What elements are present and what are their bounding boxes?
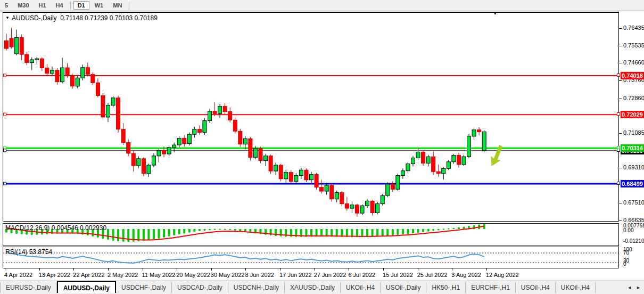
date-axis-tick [177, 268, 177, 271]
candle-body [131, 153, 135, 166]
chart-title: ▼AUDUSD-,Daily 0.71148 0.71239 0.70103 0… [5, 14, 158, 22]
date-axis-label: 27 Jun 2022 [314, 272, 346, 278]
price-axis-tick [619, 99, 622, 99]
candle-body [320, 187, 324, 191]
date-axis-tick [211, 268, 212, 271]
tab-scroll-left-icon[interactable]: ◄ [627, 285, 632, 290]
price-tag-0.72029: 0.72029 [621, 111, 644, 118]
toolbar-separator [129, 2, 129, 10]
date-axis-tick [418, 268, 418, 271]
date-axis-label: 17 Jun 2022 [279, 272, 312, 278]
candle-body [396, 176, 400, 190]
candle-body [274, 165, 278, 171]
candle-body [249, 138, 252, 157]
timeframe-button-m30[interactable]: M30 [13, 1, 33, 10]
candle-body [228, 112, 232, 120]
chart-application-window: 5M30H1H4D1W1MN ▼AUDUSD-,Daily 0.71148 0.… [0, 0, 644, 294]
chart-title-symbol: AUDUSD-,Daily [12, 14, 57, 22]
macd-main-dot [87, 234, 88, 235]
macd-main-dot [178, 233, 180, 234]
rsi-indicator-chart[interactable] [3, 247, 618, 268]
timeframe-button-mn[interactable]: MN [109, 1, 126, 10]
macd-main-dot [174, 234, 175, 235]
candle-body [467, 136, 471, 157]
timeframe-button-h4[interactable]: H4 [52, 1, 68, 10]
candle-body [96, 83, 100, 95]
price-axis[interactable]: 0.764350.755350.746600.737600.728600.710… [619, 12, 644, 281]
candle-body [91, 75, 95, 83]
price-tag-marker [617, 146, 620, 149]
candle-body [111, 98, 115, 105]
date-axis-label: 4 Apr 2022 [4, 272, 32, 278]
candle-body [157, 150, 161, 156]
candle-body [45, 68, 49, 74]
level-line-left-marker[interactable] [4, 182, 6, 185]
candle-body [355, 205, 359, 213]
candle-body [177, 138, 181, 145]
date-axis-label: 12 Aug 2022 [486, 272, 519, 278]
candle-body [10, 38, 13, 47]
chart-tab-usoil-h4[interactable]: USOil-,H4 [516, 282, 556, 293]
candle-body [76, 78, 79, 86]
chart-tab-usdchf-daily[interactable]: USDCHF-,Daily [116, 282, 172, 293]
symbol-dropdown-icon[interactable]: ▼ [5, 15, 10, 20]
date-axis-tick [108, 268, 109, 271]
price-tag-0.74018: 0.74018 [621, 72, 644, 79]
chart-tab-usoil-daily[interactable]: USOil-,Daily [381, 282, 426, 293]
chart-tab-xauusd-daily[interactable]: XAUUSD-,Daily [285, 282, 341, 293]
level-line-left-marker[interactable] [4, 113, 6, 116]
candle-body [482, 132, 486, 151]
date-axis-tick [349, 268, 349, 271]
candlestick-chart[interactable] [3, 13, 618, 221]
chart-tab-ukoil-h4[interactable]: UKOil-,H4 [341, 282, 381, 293]
chart-tab-hk50-h1[interactable]: HK50-,H1 [426, 282, 466, 293]
date-axis[interactable]: 4 Apr 202213 Apr 202222 Apr 20222 May 20… [3, 270, 619, 281]
macd-main-dot [285, 235, 287, 236]
macd-main-dot [163, 236, 165, 238]
chart-tab-usdcnh-daily[interactable]: USDCNH-,Daily [228, 282, 285, 293]
timeframe-button-d1[interactable]: D1 [73, 1, 89, 10]
macd-main-dot [275, 235, 277, 236]
candle-body [30, 60, 34, 63]
chart-tab-eurchf-h1[interactable]: EURCHF-,H1 [466, 282, 516, 293]
macd-main-dot [443, 229, 444, 230]
candle-body [20, 37, 23, 54]
chart-tab-usdcad-daily[interactable]: USDCAD-,Daily [172, 282, 228, 293]
level-line-left-marker[interactable] [4, 74, 6, 77]
candle-body [462, 157, 466, 165]
date-axis-label: 2 May 2022 [108, 272, 138, 278]
date-axis-tick [452, 268, 452, 271]
macd-main-dot [168, 235, 170, 236]
macd-main-dot [194, 231, 195, 232]
candle-body [330, 185, 334, 199]
price-axis-tick-label: 0.67510 [623, 199, 644, 206]
candle-body [447, 162, 450, 169]
candle-body [35, 59, 39, 60]
date-axis-tick [315, 268, 315, 271]
macd-main-dot [229, 229, 231, 230]
tab-scroll-right-icon[interactable]: ► [636, 285, 641, 290]
macd-main-dot [214, 229, 216, 230]
macd-main-dot [199, 230, 200, 231]
candle-body [208, 111, 212, 121]
candle-body [299, 170, 303, 175]
candle-body [127, 143, 130, 153]
timeframe-button-h1[interactable]: H1 [35, 1, 51, 10]
candle-body [203, 121, 207, 133]
candle-body [152, 156, 155, 165]
date-axis-label: 3 Aug 2022 [451, 272, 481, 278]
candle-body [269, 156, 273, 171]
macd-main-dot [118, 240, 119, 241]
level-line-left-marker[interactable] [4, 149, 6, 152]
chart-tab-eurusd-daily[interactable]: EURUSD-,Daily [0, 282, 57, 293]
price-axis-tick-label: 0.75535 [623, 42, 644, 48]
chart-tab-bar: EURUSD-,DailyAUDUSD-,DailyUSDCHF-,DailyU… [0, 281, 644, 294]
chart-tab-ukoil-h4[interactable]: UKOil-,H4 [556, 282, 596, 293]
macd-main-dot [423, 231, 424, 232]
candle-body [391, 184, 394, 190]
chart-tab-audusd-daily[interactable]: AUDUSD-,Daily [57, 281, 116, 293]
timeframe-button-5[interactable]: 5 [1, 1, 12, 10]
timeframe-button-w1[interactable]: W1 [90, 1, 108, 10]
macd-main-dot [473, 225, 475, 226]
chart-shift-marker-icon[interactable]: ▾ [494, 11, 497, 16]
